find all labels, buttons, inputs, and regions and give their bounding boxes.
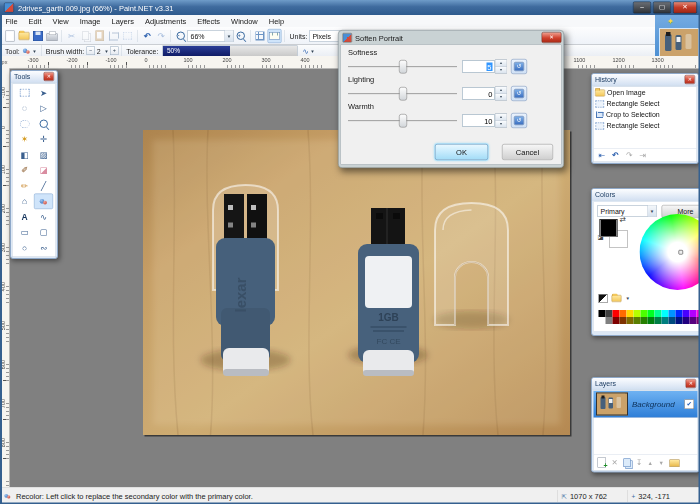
- tool-lasso-select[interactable]: ◌: [15, 101, 34, 117]
- layers-panel-titlebar[interactable]: Layers ✕: [592, 378, 699, 390]
- lighting-spinner[interactable]: ▴▾: [495, 87, 507, 101]
- history-rewind-button[interactable]: ⇤: [599, 150, 606, 160]
- palette-swatch[interactable]: [599, 317, 606, 324]
- history-redo-button[interactable]: ↷: [626, 150, 633, 160]
- menu-item-view[interactable]: View: [47, 15, 74, 27]
- palette-swatch[interactable]: [655, 317, 662, 324]
- chevron-down-icon[interactable]: ▼: [626, 296, 630, 301]
- softness-slider[interactable]: [348, 66, 457, 68]
- layer-visible-checkbox[interactable]: ✔: [685, 399, 695, 409]
- close-button[interactable]: ✕: [673, 2, 697, 14]
- palette-swatch[interactable]: [627, 317, 634, 324]
- warmth-value-input[interactable]: 10: [462, 115, 495, 127]
- history-item-crop-to-selection[interactable]: Crop to Selection: [594, 109, 697, 120]
- tool-move-selection[interactable]: ▷: [34, 101, 53, 117]
- zoom-out-button[interactable]: -: [174, 29, 187, 42]
- palette-swatch[interactable]: [620, 317, 627, 324]
- chevron-down-icon[interactable]: ▼: [32, 48, 36, 53]
- merge-down-button[interactable]: ↧: [636, 458, 642, 467]
- blend-mode-icon[interactable]: [599, 294, 608, 303]
- tool-ellipse-select[interactable]: [15, 116, 34, 132]
- spinner-down-icon[interactable]: ▾: [496, 120, 507, 127]
- warmth-slider[interactable]: [348, 120, 457, 122]
- chevron-down-icon[interactable]: ▼: [310, 48, 314, 53]
- tool-move-selected-pixels[interactable]: ➤: [34, 85, 53, 101]
- undo-button[interactable]: ↶: [141, 29, 154, 42]
- tool-pan[interactable]: ✛: [34, 132, 53, 148]
- menu-item-image[interactable]: Image: [74, 15, 106, 27]
- close-icon[interactable]: ✕: [44, 72, 55, 81]
- history-item-open-image[interactable]: Open Image: [594, 87, 697, 98]
- brush-width-decrease[interactable]: −: [86, 47, 95, 56]
- color-wheel[interactable]: [640, 214, 700, 290]
- grid-toggle-button[interactable]: [254, 29, 267, 42]
- layer-row-background[interactable]: Background ✔: [594, 391, 698, 418]
- tool-line-curve[interactable]: ∿: [34, 209, 53, 225]
- ruler-toggle-button[interactable]: [268, 29, 282, 43]
- palette-swatch[interactable]: [613, 310, 620, 317]
- tool-paint-bucket[interactable]: ◧: [15, 147, 34, 163]
- palette-swatch[interactable]: [620, 310, 627, 317]
- palette-swatch[interactable]: [676, 317, 683, 324]
- palette-swatch[interactable]: [641, 310, 648, 317]
- curve-mode-icon[interactable]: ∿: [302, 46, 308, 55]
- close-icon[interactable]: ✕: [542, 32, 562, 43]
- tool-rectangle[interactable]: ▭: [15, 225, 34, 241]
- spinner-down-icon[interactable]: ▾: [496, 66, 507, 73]
- menu-item-layers[interactable]: Layers: [106, 15, 140, 27]
- tool-rounded-rectangle[interactable]: ▢: [34, 225, 53, 241]
- palette-swatch[interactable]: [690, 317, 697, 324]
- palette-swatch[interactable]: [648, 317, 655, 324]
- lighting-reset-button[interactable]: ↺: [511, 86, 527, 101]
- palette-menu-icon[interactable]: [612, 295, 622, 302]
- close-icon[interactable]: ✕: [685, 75, 696, 84]
- history-fastforward-button[interactable]: ⇥: [640, 150, 647, 160]
- softness-reset-button[interactable]: ↺: [511, 59, 527, 74]
- menu-item-help[interactable]: Help: [263, 15, 289, 27]
- swap-colors-icon[interactable]: ⇄: [620, 215, 626, 224]
- palette-swatch[interactable]: [634, 310, 641, 317]
- open-image-thumbnail[interactable]: [659, 28, 699, 59]
- primary-color-swatch[interactable]: [600, 219, 618, 237]
- history-panel-titlebar[interactable]: History ✕: [592, 74, 698, 86]
- maximize-button[interactable]: ▢: [653, 2, 671, 14]
- zoom-level-combo[interactable]: 66% ▼: [188, 30, 234, 42]
- chevron-down-icon[interactable]: ▼: [104, 48, 108, 53]
- menu-item-edit[interactable]: Edit: [23, 15, 47, 27]
- tool-clone-stamp[interactable]: ⌂: [15, 194, 34, 210]
- lighting-value-input[interactable]: 0: [462, 88, 495, 100]
- open-button[interactable]: [18, 29, 31, 42]
- tool-recolor[interactable]: [34, 194, 53, 210]
- delete-layer-button[interactable]: ✕: [612, 458, 618, 467]
- palette-swatch[interactable]: [669, 310, 676, 317]
- palette-swatch[interactable]: [606, 310, 613, 317]
- duplicate-layer-button[interactable]: [623, 458, 630, 467]
- slider-thumb[interactable]: [399, 114, 407, 128]
- tool-text[interactable]: A: [15, 209, 34, 225]
- palette-swatch[interactable]: [690, 310, 697, 317]
- tool-paintbrush[interactable]: ✐: [15, 163, 34, 179]
- print-button[interactable]: [46, 29, 59, 42]
- menu-item-file[interactable]: File: [0, 15, 23, 27]
- softness-spinner[interactable]: ▴▾: [495, 60, 507, 74]
- utilities-star-icon[interactable]: ✦: [667, 16, 674, 27]
- copy-button[interactable]: [79, 29, 92, 42]
- slider-thumb[interactable]: [399, 87, 407, 101]
- softness-value-input[interactable]: 5: [462, 61, 495, 73]
- warmth-reset-button[interactable]: ↺: [511, 113, 527, 128]
- palette-swatch[interactable]: [606, 317, 613, 324]
- tool-ellipse[interactable]: ○: [15, 240, 34, 256]
- save-button[interactable]: [32, 29, 45, 42]
- palette-swatch[interactable]: [669, 317, 676, 324]
- cut-button[interactable]: ✂: [65, 29, 78, 42]
- tool-eraser[interactable]: ◪: [34, 163, 53, 179]
- canvas-image[interactable]: lexar 1GB FC CE: [143, 130, 570, 435]
- tolerance-slider[interactable]: 50%: [162, 45, 297, 56]
- add-layer-button[interactable]: [598, 458, 607, 468]
- zoom-in-button[interactable]: +: [234, 29, 247, 42]
- spinner-down-icon[interactable]: ▾: [496, 93, 507, 100]
- recolor-tool-icon[interactable]: [23, 48, 30, 54]
- palette-swatch[interactable]: [627, 310, 634, 317]
- palette-swatch[interactable]: [662, 317, 669, 324]
- warmth-spinner[interactable]: ▴▾: [495, 114, 507, 128]
